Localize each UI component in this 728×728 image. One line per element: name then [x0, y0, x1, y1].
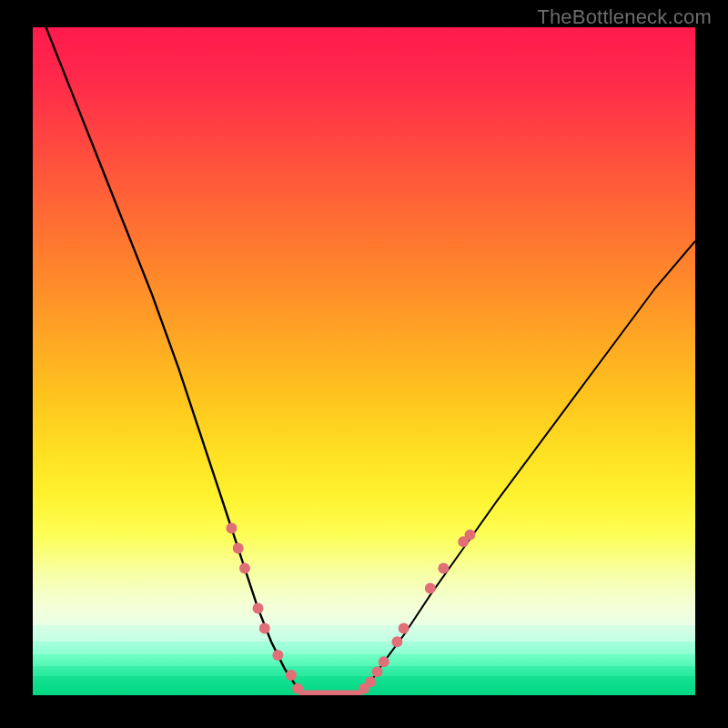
- marker-group: [226, 522, 475, 693]
- marker-dot: [365, 676, 376, 687]
- marker-dot: [399, 623, 410, 634]
- marker-dot: [233, 543, 244, 554]
- marker-dot: [372, 666, 383, 677]
- marker-dot: [425, 583, 436, 594]
- marker-dot: [438, 563, 449, 574]
- watermark-text: TheBottleneck.com: [537, 5, 712, 29]
- marker-dot: [465, 530, 476, 541]
- marker-dot: [226, 522, 237, 533]
- marker-dot: [286, 670, 297, 681]
- chart-frame: TheBottleneck.com: [0, 0, 728, 728]
- marker-dot: [259, 623, 270, 634]
- marker-dot: [391, 636, 402, 647]
- marker-dot: [292, 683, 303, 694]
- left-curve: [46, 27, 305, 695]
- marker-dot: [272, 650, 283, 661]
- marker-dot: [253, 603, 264, 614]
- curves-svg: [33, 27, 695, 695]
- marker-dot: [239, 563, 250, 574]
- marker-dot: [379, 656, 389, 667]
- plot-area: [33, 27, 695, 695]
